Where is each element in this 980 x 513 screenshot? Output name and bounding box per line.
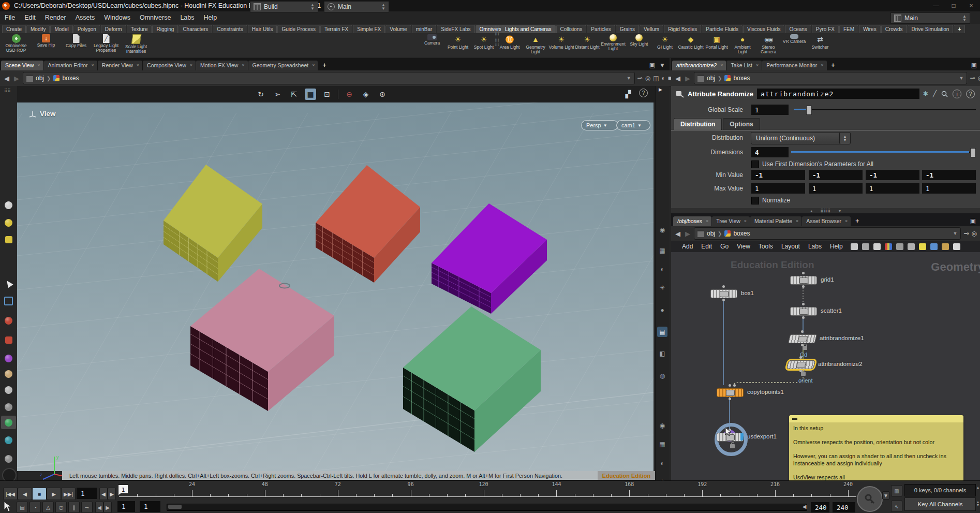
shelf-tab-wires[interactable]: Wires [859, 25, 881, 33]
menu-labs[interactable]: Labs [175, 14, 199, 21]
list-icon[interactable] [873, 243, 881, 250]
scroll-arrow-icon[interactable]: ▶ [659, 87, 662, 92]
shelf-tab-grains[interactable]: Grains [616, 25, 639, 33]
tool-character-icon[interactable] [3, 369, 14, 379]
add-shelf-tab-button[interactable]: + [954, 25, 965, 33]
viewport-canvas[interactable] [17, 102, 654, 471]
node-grid1[interactable]: grid1 [790, 276, 817, 285]
pane-tab-take-list[interactable]: Take List× [726, 61, 762, 70]
shelfset-selector[interactable]: Main ▲▼ [890, 12, 970, 24]
tool-rbd-icon[interactable] [3, 334, 14, 345]
go-start-button[interactable]: |◀◀ [3, 488, 18, 500]
range-start-field[interactable]: 1 [117, 501, 135, 512]
shelf-tab-create[interactable]: Create [2, 25, 26, 33]
path-segment-obj[interactable]: obj [707, 75, 715, 82]
path-field[interactable]: obj❯boxes▼ [694, 72, 967, 84]
close-tab-icon[interactable]: × [845, 218, 848, 224]
shelf-tab-vellum[interactable]: Vellum [640, 25, 663, 33]
tool-particles-icon[interactable] [3, 315, 14, 326]
spinner-icon[interactable]: ▲▼ [962, 14, 967, 22]
node-attribrandomize1[interactable]: attribrandomize1Cd [789, 334, 816, 343]
forward-icon[interactable]: ▶ [684, 230, 691, 238]
shelf-tab-lights-and-cameras[interactable]: Lights and Cameras [501, 25, 556, 33]
color-palette-icon[interactable] [885, 243, 892, 250]
param-tab-distribution[interactable]: Distribution [674, 118, 722, 130]
network-menu-view[interactable]: View [733, 243, 754, 250]
path-field[interactable]: obj❯boxes▼ [23, 72, 635, 84]
edit-parameters-icon[interactable]: ╱ [933, 90, 937, 97]
network-canvas[interactable]: Education Edition Geometry grid1box1scat… [671, 252, 980, 513]
snapshot-icon[interactable]: ▦ [657, 245, 667, 256]
tool-terrain-icon[interactable] [3, 417, 14, 428]
shelf-tool-portal-light[interactable]: ▣Portal Light [704, 33, 730, 50]
shelf-tool-save-hip[interactable]: ↓Save Hip [31, 33, 61, 48]
sticky-note[interactable]: In this setupOmniverse respects the posi… [789, 415, 963, 482]
box-select-icon[interactable]: ⊡ [321, 89, 333, 100]
layout-presets-icon[interactable]: ▞ [622, 89, 634, 100]
shelf-tab-volume[interactable]: Volume [385, 25, 411, 33]
background-image-icon[interactable] [930, 243, 938, 250]
shelf-tool-omniverse-usd-rop[interactable]: Omniverse USD ROP [1, 33, 31, 53]
render-flag[interactable] [740, 433, 744, 441]
pane-tab-motion-fx-view[interactable]: Motion FX View× [196, 61, 248, 70]
scene-viewport[interactable]: View Persp▼ cam1▼ [17, 102, 654, 471]
shelf-tool-caustic-light[interactable]: ◆Caustic Light [678, 33, 704, 50]
tool-wireframe-icon[interactable] [3, 296, 14, 306]
dimensions-slider[interactable] [791, 147, 975, 157]
shelf-tab-drive-simulation[interactable]: Drive Simulation [908, 25, 954, 33]
close-tab-icon[interactable]: × [137, 63, 139, 68]
pane-tab-attribrandomize2[interactable]: attribrandomize2× [672, 61, 726, 70]
tool-fluid-icon[interactable] [3, 453, 14, 464]
shelf-tab-minbar[interactable]: minBar [412, 25, 437, 33]
global-scale-field[interactable]: 1 [751, 105, 789, 115]
key-pose-icon[interactable]: ⊛ [377, 89, 388, 100]
node-body[interactable] [790, 307, 817, 316]
shelf-tab-characters[interactable]: Characters [179, 25, 212, 33]
node-body[interactable] [710, 289, 737, 298]
back-icon[interactable]: ◀ [3, 75, 10, 82]
prev-key-button[interactable]: ◀ [99, 488, 108, 500]
snapping-toggle-icon[interactable]: ⊖ [344, 89, 355, 100]
close-tab-icon[interactable]: × [242, 63, 244, 68]
shelf-tool-legacy-light-properties[interactable]: ╱Legacy Light Properties [91, 33, 121, 53]
pane-split-icon[interactable]: ▣ [970, 217, 976, 225]
channel-editor-icon[interactable]: ▥ [891, 485, 902, 496]
path-dropdown-icon[interactable]: ▼ [627, 76, 631, 81]
close-tab-icon[interactable]: × [92, 63, 94, 68]
shelf-tool-ambient-light[interactable]: ●Ambient Light [730, 33, 755, 54]
current-frame-marker[interactable]: 1 [118, 485, 128, 495]
shelf-tool-vr-camera[interactable]: VR Camera [781, 33, 807, 44]
node-body[interactable] [788, 334, 817, 343]
shelf-tool-copy-files[interactable]: Copy Files [61, 33, 91, 48]
forward-icon[interactable]: ▶ [684, 75, 691, 82]
shelf-tab-terrain-fx[interactable]: Terrain FX [320, 25, 352, 33]
material-preview-icon[interactable]: ◐ [662, 75, 665, 82]
param-tab-options[interactable]: Options [723, 118, 760, 130]
shelf-tab-texture[interactable]: Texture [127, 25, 152, 33]
shelf-tool-scale-light-intensities[interactable]: Scale Light Intensities [121, 33, 151, 54]
parameter-scrollbar[interactable]: ▲⣿⣿⣿▼ [671, 208, 980, 213]
objects-mode-icon[interactable]: ▦ [305, 89, 316, 100]
sim-cache-icon[interactable]: △ [42, 502, 54, 513]
close-tab-icon[interactable]: × [706, 218, 708, 224]
pane-tab-scene-view[interactable]: Scene View× [1, 61, 43, 70]
spinner-icon[interactable]: ▲ [976, 486, 980, 489]
shelf-tool-gi-light[interactable]: ☀GI Light [652, 33, 678, 50]
shelf-tool-point-light[interactable]: ☀Point Light [445, 33, 471, 50]
network-tab-material-palette[interactable]: Material Palette× [750, 216, 801, 226]
tool-sphere-icon[interactable] [3, 217, 14, 228]
back-icon[interactable]: ◀ [674, 230, 681, 238]
current-frame-field[interactable]: 1 [77, 488, 97, 499]
maximize-button[interactable]: □ [945, 0, 962, 11]
network-tab-tree-view[interactable]: Tree View× [712, 216, 750, 226]
shelf-tab-particle-fluids[interactable]: Particle Fluids [702, 25, 743, 33]
output-connector[interactable] [802, 316, 805, 319]
magnifier-icon[interactable] [953, 243, 960, 250]
pin-icon[interactable]: ⊸ [963, 230, 969, 237]
close-tab-icon[interactable]: × [190, 63, 192, 68]
gear-icon[interactable]: ✱ [923, 90, 928, 97]
global-scale-slider[interactable] [794, 105, 976, 115]
info-icon[interactable]: i [953, 90, 961, 98]
pose-tool-icon[interactable]: ◈ [360, 89, 372, 100]
tool-box-icon[interactable] [3, 234, 14, 245]
